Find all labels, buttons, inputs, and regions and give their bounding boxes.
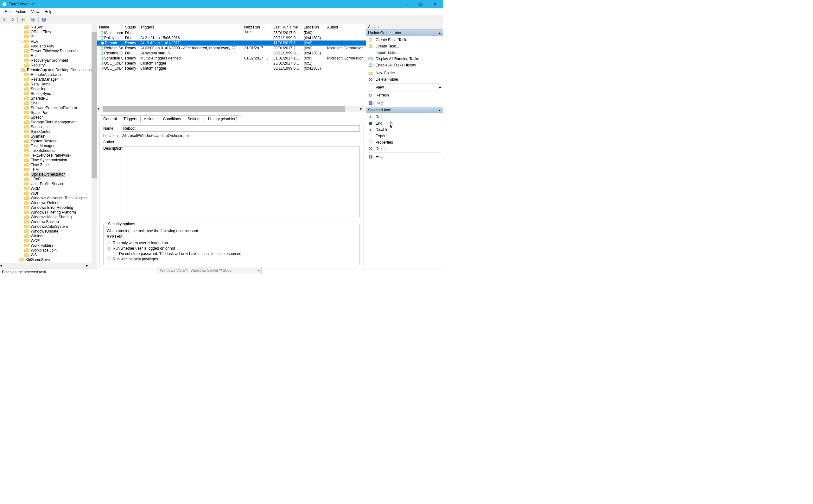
menu-file[interactable]: File xyxy=(2,9,13,15)
check-no-store-password[interactable]: Do not store password. The task will onl… xyxy=(113,252,356,256)
tree-item[interactable]: Time Zone xyxy=(0,162,97,167)
tree-item[interactable]: SystemRestore xyxy=(0,139,97,143)
tree-item[interactable]: Workplace Join xyxy=(0,248,97,252)
action-properties[interactable]: Properties xyxy=(366,139,443,146)
task-row[interactable]: Refresh Setti...ReadyAt 03:00 on 01/01/2… xyxy=(97,46,366,51)
tree-item[interactable]: RemoteApp and Desktop Connections Update xyxy=(0,67,97,72)
actions-section-folder[interactable]: UpdateOrchestrator ▲ xyxy=(366,30,443,36)
tree-item[interactable]: WCM xyxy=(0,186,97,191)
tree-item[interactable]: WindowsUpdate xyxy=(0,229,97,233)
tree-item[interactable]: WS xyxy=(0,252,97,257)
tree-item[interactable]: Wininet xyxy=(0,233,97,238)
tree-item[interactable]: Task Manager xyxy=(0,143,97,148)
tree-item[interactable]: TPM xyxy=(0,167,97,172)
tree-item[interactable]: Windows Defender xyxy=(0,200,97,205)
task-row[interactable]: Schedule ScanReadyMultiple triggers defi… xyxy=(97,56,366,61)
radio-run-whether[interactable]: Run whether user is logged on or not xyxy=(107,246,356,251)
action-end[interactable]: End xyxy=(366,120,443,127)
task-row[interactable]: USO_UxBrok...ReadyCustom Trigger25/01/20… xyxy=(97,61,366,66)
action-run[interactable]: Run xyxy=(366,114,443,120)
task-row[interactable]: Resume On ...DisabledAt system startup30… xyxy=(97,51,366,56)
task-list-header[interactable]: Name Status Triggers Next Run Time Last … xyxy=(97,24,366,30)
maximize-button[interactable] xyxy=(414,0,428,8)
tree-item[interactable]: Storage Tiers Management xyxy=(0,120,97,124)
tree-item[interactable]: Windows Activation Technologies xyxy=(0,196,97,200)
tree-item[interactable]: PI xyxy=(0,34,97,39)
tree-item[interactable]: Servicing xyxy=(0,86,97,91)
tab-triggers[interactable]: Triggers xyxy=(120,115,141,122)
tab-settings[interactable]: Settings xyxy=(184,115,205,122)
tree-item[interactable]: Windows Filtering Platform xyxy=(0,210,97,215)
col-status[interactable]: Status xyxy=(123,24,138,30)
tree-item[interactable]: Subscription xyxy=(0,124,97,129)
close-button[interactable] xyxy=(428,0,442,8)
task-row[interactable]: Maintenanc...Disabled25/01/2017 08:24:08… xyxy=(97,30,366,35)
properties-icon[interactable] xyxy=(30,16,37,23)
tree-item[interactable]: Work Folders xyxy=(0,243,97,248)
col-author[interactable]: Author xyxy=(325,24,366,30)
tree-item[interactable]: WindowsBackup xyxy=(0,219,97,224)
tree-item[interactable]: Offline Files xyxy=(0,29,97,34)
tree-item[interactable]: RestartManager xyxy=(0,77,97,82)
tab-history[interactable]: History (disabled) xyxy=(205,115,241,122)
tree-item[interactable]: Sysmain xyxy=(0,134,97,139)
radio-run-logged-on[interactable]: Run only when user is logged on xyxy=(107,241,356,245)
action-help-selected[interactable]: ?Help xyxy=(366,153,443,160)
action-new-folder[interactable]: New Folder... xyxy=(366,70,443,76)
col-triggers[interactable]: Triggers xyxy=(138,24,242,30)
tree-item[interactable]: UPnP xyxy=(0,177,97,181)
tab-general[interactable]: General xyxy=(100,115,120,122)
tree-item[interactable]: User Profile Service xyxy=(0,181,97,186)
tree-vertical-scrollbar[interactable] xyxy=(91,24,97,269)
task-row[interactable]: RebootReadyAt 19:43 on 11/01/201711/01/2… xyxy=(97,40,366,46)
help-icon[interactable]: ? xyxy=(40,16,47,23)
tree-item[interactable]: NlaSvc xyxy=(0,25,97,29)
task-list-body[interactable]: Maintenanc...Disabled25/01/2017 08:24:08… xyxy=(97,30,366,106)
tree-item[interactable]: SoftwareProtectionPlatform xyxy=(0,105,97,110)
tree-item[interactable]: TextServicesFramework xyxy=(0,153,97,158)
action-refresh[interactable]: Refresh xyxy=(366,92,443,98)
tree-item[interactable]: Windows Media Sharing xyxy=(0,215,97,219)
tree-item[interactable]: Plug and Play xyxy=(0,44,97,48)
back-button[interactable] xyxy=(1,16,8,23)
col-name[interactable]: Name xyxy=(97,24,123,30)
tree-item[interactable]: RemoteAssistance xyxy=(0,72,97,77)
action-delete[interactable]: Delete xyxy=(366,146,443,152)
tree-item[interactable]: WDI xyxy=(0,191,97,196)
tree-item[interactable]: UpdateOrchestrator xyxy=(0,172,97,177)
tree-item[interactable]: Speech xyxy=(0,115,97,120)
action-delete-folder[interactable]: Delete Folder xyxy=(366,76,443,83)
tab-conditions[interactable]: Conditions xyxy=(159,115,184,122)
action-import-task[interactable]: Import Task... xyxy=(366,49,443,56)
col-next-run[interactable]: Next Run Time xyxy=(242,24,272,30)
tree-item[interactable]: Time Synchronization xyxy=(0,158,97,162)
action-help[interactable]: ?Help xyxy=(366,100,443,106)
tree-item[interactable]: SettingSync xyxy=(0,91,97,96)
action-enable-history[interactable]: Enable All Tasks History xyxy=(366,62,443,68)
tree-item[interactable]: Shell xyxy=(0,101,97,105)
minimize-button[interactable] xyxy=(400,0,414,8)
action-create-basic-task[interactable]: Create Basic Task... xyxy=(366,37,443,43)
tree-item[interactable]: WindowsColorSystem xyxy=(0,224,97,229)
tree-item[interactable]: XblGameSave xyxy=(0,257,97,262)
tree-item[interactable]: SyncCenter xyxy=(0,129,97,134)
action-disable[interactable]: Disable xyxy=(366,127,443,133)
up-button[interactable] xyxy=(19,16,26,23)
task-row[interactable]: Policy InstallDisabledAt 21:21 on 15/06/… xyxy=(97,35,366,40)
menu-action[interactable]: Action xyxy=(13,9,28,15)
tree-item[interactable]: RetailDemo xyxy=(0,82,97,86)
col-last-run[interactable]: Last Run Time xyxy=(272,24,302,30)
task-row[interactable]: USO_UxBrok...ReadyCustom Trigger30/11/19… xyxy=(97,66,366,71)
col-last-result[interactable]: Last Run Result xyxy=(302,24,325,30)
forward-button[interactable] xyxy=(9,16,16,23)
configure-for-select[interactable]: Windows Vista™, Windows Server™ 2008 xyxy=(157,267,262,274)
actions-section-selected[interactable]: Selected Item ▲ xyxy=(366,107,443,113)
tree-item[interactable]: ▷PLA xyxy=(0,39,97,44)
tree-item[interactable]: Registry xyxy=(0,63,97,67)
tree-item[interactable]: Ras xyxy=(0,53,97,58)
task-list-horizontal-scrollbar[interactable]: ◂ ▸ xyxy=(97,106,366,112)
tree-item[interactable]: SharedPC xyxy=(0,96,97,101)
action-display-running[interactable]: Display All Running Tasks xyxy=(366,56,443,62)
check-highest-privileges[interactable]: Run with highest privileges xyxy=(107,257,356,261)
folder-tree[interactable]: NlaSvcOffline FilesPI▷PLAPlug and PlayPo… xyxy=(0,24,97,267)
